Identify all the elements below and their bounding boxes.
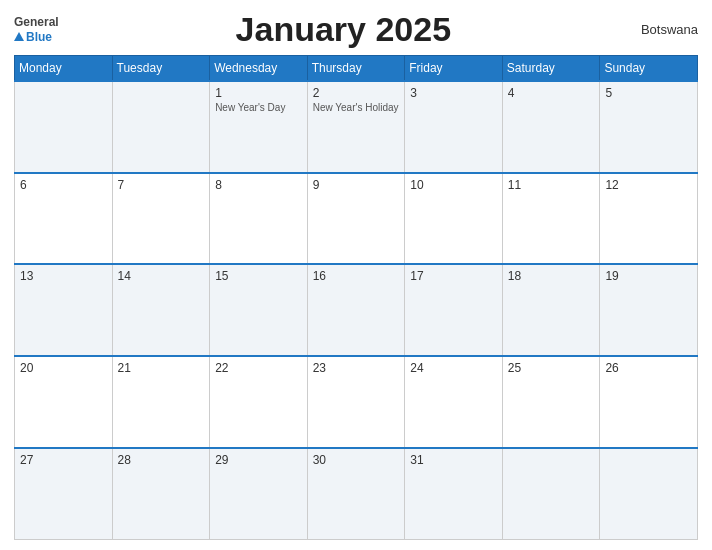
day-cell (600, 448, 698, 540)
day-cell: 7 (112, 173, 210, 265)
day-cell: 4 (502, 81, 600, 173)
day-cell: 18 (502, 264, 600, 356)
day-cell: 5 (600, 81, 698, 173)
day-cell (112, 81, 210, 173)
logo-blue-row: Blue (14, 30, 59, 44)
day-cell: 13 (15, 264, 113, 356)
logo: General Blue (14, 15, 59, 44)
day-cell: 9 (307, 173, 405, 265)
day-cell: 16 (307, 264, 405, 356)
day-number: 11 (508, 178, 595, 192)
day-number: 31 (410, 453, 497, 467)
day-number: 20 (20, 361, 107, 375)
day-number: 16 (313, 269, 400, 283)
day-number: 4 (508, 86, 595, 100)
day-cell: 28 (112, 448, 210, 540)
day-number: 30 (313, 453, 400, 467)
day-cell: 15 (210, 264, 308, 356)
day-number: 8 (215, 178, 302, 192)
day-number: 10 (410, 178, 497, 192)
day-number: 9 (313, 178, 400, 192)
day-number: 14 (118, 269, 205, 283)
day-number: 25 (508, 361, 595, 375)
logo-triangle-icon (14, 32, 24, 41)
day-cell: 8 (210, 173, 308, 265)
day-number: 6 (20, 178, 107, 192)
day-number: 23 (313, 361, 400, 375)
calendar-table: Monday Tuesday Wednesday Thursday Friday… (14, 55, 698, 540)
day-cell: 12 (600, 173, 698, 265)
day-number: 3 (410, 86, 497, 100)
col-friday: Friday (405, 56, 503, 82)
day-cell: 30 (307, 448, 405, 540)
day-cell: 21 (112, 356, 210, 448)
weekday-header-row: Monday Tuesday Wednesday Thursday Friday… (15, 56, 698, 82)
day-number: 17 (410, 269, 497, 283)
country-label: Botswana (628, 22, 698, 37)
col-saturday: Saturday (502, 56, 600, 82)
week-row-5: 2728293031 (15, 448, 698, 540)
day-cell: 11 (502, 173, 600, 265)
day-cell: 27 (15, 448, 113, 540)
day-number: 26 (605, 361, 692, 375)
logo-general: General (14, 15, 59, 29)
day-cell: 1New Year's Day (210, 81, 308, 173)
day-cell: 24 (405, 356, 503, 448)
day-number: 21 (118, 361, 205, 375)
col-monday: Monday (15, 56, 113, 82)
day-cell: 2New Year's Holiday (307, 81, 405, 173)
day-number: 2 (313, 86, 400, 100)
day-cell: 25 (502, 356, 600, 448)
day-cell: 17 (405, 264, 503, 356)
week-row-1: 1New Year's Day2New Year's Holiday345 (15, 81, 698, 173)
day-number: 7 (118, 178, 205, 192)
week-row-3: 13141516171819 (15, 264, 698, 356)
col-wednesday: Wednesday (210, 56, 308, 82)
logo-blue: Blue (26, 30, 52, 44)
day-cell: 10 (405, 173, 503, 265)
day-cell: 31 (405, 448, 503, 540)
day-number: 22 (215, 361, 302, 375)
col-sunday: Sunday (600, 56, 698, 82)
col-thursday: Thursday (307, 56, 405, 82)
holiday-label: New Year's Holiday (313, 102, 400, 113)
calendar-title: January 2025 (59, 10, 628, 49)
day-cell: 19 (600, 264, 698, 356)
header: General Blue January 2025 Botswana (14, 10, 698, 49)
week-row-2: 6789101112 (15, 173, 698, 265)
day-cell: 20 (15, 356, 113, 448)
day-number: 1 (215, 86, 302, 100)
week-row-4: 20212223242526 (15, 356, 698, 448)
day-cell: 6 (15, 173, 113, 265)
day-number: 27 (20, 453, 107, 467)
day-number: 13 (20, 269, 107, 283)
holiday-label: New Year's Day (215, 102, 302, 113)
col-tuesday: Tuesday (112, 56, 210, 82)
day-number: 28 (118, 453, 205, 467)
day-number: 12 (605, 178, 692, 192)
day-number: 5 (605, 86, 692, 100)
day-cell: 3 (405, 81, 503, 173)
day-number: 19 (605, 269, 692, 283)
day-cell: 14 (112, 264, 210, 356)
day-cell: 26 (600, 356, 698, 448)
day-cell (502, 448, 600, 540)
calendar-page: General Blue January 2025 Botswana Monda… (0, 0, 712, 550)
day-number: 18 (508, 269, 595, 283)
day-cell: 29 (210, 448, 308, 540)
day-number: 15 (215, 269, 302, 283)
day-number: 24 (410, 361, 497, 375)
day-cell: 22 (210, 356, 308, 448)
day-number: 29 (215, 453, 302, 467)
day-cell: 23 (307, 356, 405, 448)
day-cell (15, 81, 113, 173)
